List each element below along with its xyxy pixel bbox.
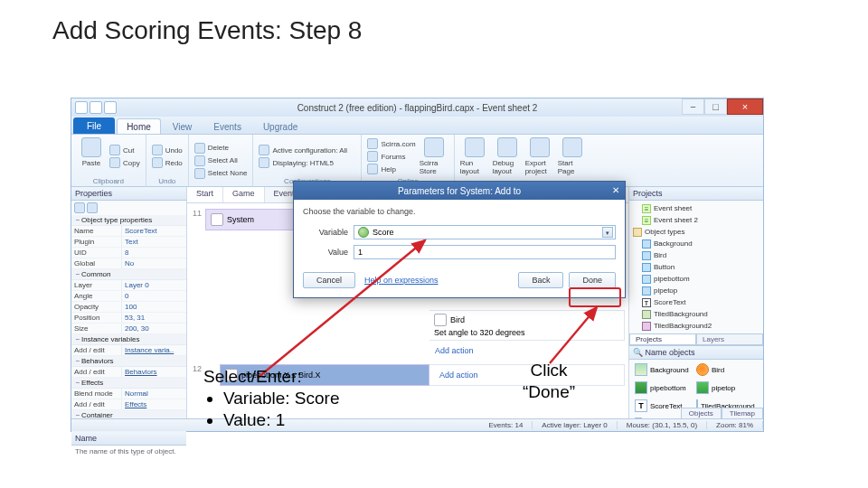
tree-obj-scoretext[interactable]: ScoreText [633, 296, 760, 308]
cut-button[interactable]: Cut [109, 145, 140, 155]
properties-title: Properties [71, 187, 186, 201]
prop-layer-key: Layer [71, 280, 122, 290]
prop-section-effects[interactable]: −Effects [71, 378, 186, 389]
help-link[interactable]: Help [367, 164, 415, 174]
ribbon-group-config: Active configuration: All Displaying: HT… [253, 135, 362, 186]
prop-eff-link[interactable]: Effects [122, 399, 186, 409]
prop-angle-key: Angle [71, 291, 122, 301]
ribbon-tab-upgrade[interactable]: Upgrade [253, 118, 307, 134]
help-expressions-link[interactable]: Help on expressions [364, 276, 439, 285]
copy-button[interactable]: Copy [109, 157, 140, 168]
ribbon-tab-events[interactable]: Events [203, 118, 251, 134]
ribbon-tab-view[interactable]: View [163, 118, 203, 134]
annotation-right-l1: Click [523, 360, 575, 381]
prop-ivar-link[interactable]: Instance varia.. [122, 345, 186, 355]
back-button[interactable]: Back [518, 272, 563, 288]
tab-objects[interactable]: Objects [681, 408, 722, 418]
select-all-button[interactable]: Select All [194, 155, 248, 166]
tab-tilemap[interactable]: Tilemap [722, 408, 763, 418]
objects-title: 🔍 Name objects [629, 345, 763, 360]
prop-section-behaviors[interactable]: −Behaviors [71, 356, 186, 367]
export-button[interactable]: Export project [525, 137, 554, 183]
subtab-projects[interactable]: Projects [629, 333, 696, 345]
tree-event-sheet[interactable]: Event sheet [633, 202, 760, 214]
tab-start[interactable]: Start [187, 187, 223, 202]
add-action-row: Add action [191, 344, 625, 357]
annotation-right-l2: “Done” [523, 381, 575, 403]
tree-obj-bird[interactable]: Bird [633, 249, 760, 261]
scirra-link[interactable]: Scirra.com [367, 138, 415, 149]
prop-global-value[interactable]: No [122, 258, 186, 268]
prop-section-common[interactable]: −Common [71, 269, 186, 280]
obj-bird[interactable]: Bird [696, 363, 752, 376]
undo-button[interactable]: Undo [152, 145, 183, 155]
tree-obj-pipetop[interactable]: pipetop [633, 285, 760, 296]
ribbon-tab-home[interactable]: Home [117, 118, 161, 134]
maximize-button[interactable]: □ [704, 99, 727, 115]
status-mouse: Mouse: (30.1, 15.5, 0) [618, 421, 707, 429]
store-button[interactable]: Scirra Store [420, 137, 448, 175]
run-layout-button[interactable]: Run layout [460, 137, 489, 183]
delete-button[interactable]: Delete [194, 143, 248, 154]
tree-obj-pipebottom[interactable]: pipebottom [633, 273, 760, 285]
tree-obj-background[interactable]: Background [633, 238, 760, 249]
event-number: 11 [191, 209, 205, 230]
prop-name-value[interactable]: ScoreText [122, 226, 186, 236]
prop-section-otp[interactable]: −Object type properties [71, 215, 186, 226]
select-none-button[interactable]: Select None [194, 168, 248, 179]
debug-layout-button[interactable]: Debug layout [493, 137, 522, 183]
obj-pipebottom[interactable]: pipebottom [635, 381, 691, 394]
right-panel: Projects Event sheet Event sheet 2 Objec… [629, 187, 763, 418]
obj-pipetop[interactable]: pipetop [696, 381, 752, 394]
tree-obj-tiledbg2[interactable]: TiledBackground2 [633, 320, 760, 332]
dialog-description: Choose the variable to change. [303, 207, 616, 216]
project-tree[interactable]: Event sheet Event sheet 2 Object types B… [629, 201, 763, 333]
tree-obj-tiledbg[interactable]: TiledBackground [633, 308, 760, 320]
done-button[interactable]: Done [569, 272, 616, 288]
start-page-button[interactable]: Start Page [558, 137, 587, 183]
paste-button[interactable]: Paste [77, 137, 106, 175]
prop-blend-value[interactable]: Normal [122, 389, 186, 399]
dropdown-arrow-icon[interactable]: ▾ [602, 227, 613, 238]
variable-select[interactable]: Score ▾ [354, 225, 616, 239]
close-button[interactable]: × [727, 99, 763, 115]
prop-uid-key: UID [71, 248, 122, 258]
dialog-close-button[interactable]: ✕ [609, 184, 622, 197]
prop-layer-value[interactable]: Layer 0 [122, 280, 186, 290]
prop-beh-link[interactable]: Behaviors [122, 367, 186, 377]
tree-obj-button[interactable]: Button [633, 261, 760, 273]
cancel-button[interactable]: Cancel [303, 272, 355, 288]
add-action-link[interactable]: Add action [429, 344, 625, 357]
tree-event-sheet-2[interactable]: Event sheet 2 [633, 214, 760, 226]
add-action-link-12[interactable]: Add action [434, 369, 484, 381]
text-icon [642, 298, 651, 307]
prop-opacity-key: Opacity [71, 302, 122, 312]
value-input[interactable] [354, 245, 616, 259]
bird-icon [434, 314, 447, 326]
minimize-button[interactable]: − [682, 99, 704, 115]
global-var-icon [358, 227, 369, 238]
dialog-titlebar[interactable]: Parameters for System: Add to ✕ [294, 182, 625, 200]
prop-angle-value[interactable]: 0 [122, 291, 186, 301]
prop-opacity-value[interactable]: 100 [122, 302, 186, 312]
obj-thumb-bird [696, 363, 709, 376]
forums-link[interactable]: Forums [367, 151, 415, 162]
subtab-layers[interactable]: Layers [696, 333, 763, 345]
display-config-label: Displaying: HTML5 [259, 157, 347, 168]
prop-section-ivar[interactable]: −Instance variables [71, 334, 186, 345]
prop-position-value[interactable]: 53, 31 [122, 313, 186, 323]
group-label-select [194, 183, 248, 185]
prop-sort-icon[interactable] [87, 202, 98, 213]
redo-button[interactable]: Redo [152, 157, 183, 168]
event-action-setangle[interactable]: Bird Set angle to 320 degrees [429, 310, 625, 341]
tab-game[interactable]: Game [223, 187, 265, 202]
prop-position-key: Position [71, 313, 122, 323]
obj-background[interactable]: Background [635, 363, 691, 376]
prop-footer-hint: The name of this type of object. [71, 446, 186, 457]
annotation-left-b1: Variable: Score [223, 388, 340, 409]
group-label-undo: Undo [152, 175, 183, 185]
prop-size-value[interactable]: 200, 30 [122, 324, 186, 333]
prop-cat-icon[interactable] [74, 202, 85, 213]
ribbon-tab-file[interactable]: File [73, 117, 115, 134]
tree-object-types[interactable]: Object types [633, 226, 760, 238]
